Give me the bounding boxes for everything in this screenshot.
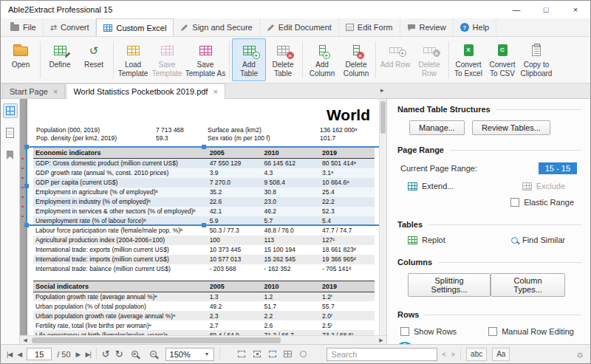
select-region-icon[interactable] (236, 348, 247, 360)
zoom-level-select[interactable]: 150% ▼ (165, 348, 214, 361)
pages-panel-icon[interactable] (3, 126, 18, 140)
tab-world-statistics-pdf[interactable]: World Statistics Pocketbook 2019.pdf × (66, 83, 225, 99)
show-rows-checkbox[interactable]: Show Rows (400, 327, 457, 336)
bookmarks-panel-icon[interactable] (3, 148, 18, 162)
current-page-range-value[interactable]: 15 - 15 (539, 162, 577, 174)
table-row[interactable]: International trade: exports (million cu… (33, 245, 375, 255)
preview-icon[interactable] (298, 348, 310, 360)
selection-handle[interactable] (24, 184, 29, 188)
save-template-as-button[interactable]: Save Template As (184, 38, 227, 81)
scroll-right-icon[interactable]: ▶ (376, 337, 386, 343)
vertical-scrollbar[interactable] (379, 99, 386, 335)
define-button[interactable]: Define (43, 38, 77, 81)
page-number-input[interactable] (27, 348, 52, 360)
match-case-button[interactable]: Aa (492, 348, 510, 361)
selection-handle[interactable] (24, 145, 29, 149)
panel-collapse-icon[interactable]: ▸ (380, 86, 384, 94)
selection-handle[interactable] (24, 223, 29, 227)
select-page-icon[interactable] (267, 348, 279, 360)
table-row[interactable]: GDP: Gross domestic product (million cur… (33, 159, 375, 168)
elastic-range-checkbox[interactable]: Elastic Range (510, 198, 574, 207)
delete-column-button[interactable]: Delete Column (339, 38, 373, 81)
extend-button[interactable]: Extend... (408, 182, 454, 190)
zoom-out-icon[interactable]: − (147, 348, 160, 360)
tab-file[interactable]: File (4, 18, 44, 36)
pdf-page[interactable]: World Population (000, 2019) 7 713 468 S… (27, 99, 380, 344)
exclude-button[interactable]: Exclude (522, 182, 565, 190)
tab-edit-form[interactable]: Edit Form (339, 18, 400, 36)
open-button[interactable]: Open (4, 38, 38, 81)
table-row[interactable]: GDP growth rate (annual %, const. 2010 p… (33, 168, 375, 178)
table-row[interactable]: Urban population (% of total population)… (33, 301, 375, 311)
search-next-icon[interactable]: > (451, 351, 455, 358)
manual-row-editing-checkbox[interactable]: Manual Row Editing (488, 327, 574, 336)
select-content-icon[interactable] (251, 348, 263, 360)
column-types-button[interactable]: Column Types... (491, 273, 565, 297)
social-indicators-table[interactable]: Social indicators 2005 2010 2019 Populat… (27, 281, 380, 340)
horizontal-scrollbar-thumb[interactable] (32, 337, 281, 343)
rotate-cw-icon[interactable]: ↻ (115, 349, 123, 359)
tab-edit-document[interactable]: Edit Document (260, 18, 339, 36)
tab-custom-excel[interactable]: Custom Excel (96, 18, 174, 36)
search-input[interactable] (327, 348, 437, 361)
splitting-settings-button[interactable]: Splitting Settings... (408, 273, 491, 297)
delete-row-button[interactable]: Delete Row (412, 38, 446, 81)
table-row[interactable]: Employment in industry (% of employed)ᵇ … (33, 197, 375, 207)
save-template-button[interactable]: Save Template (150, 38, 184, 81)
thumbnails-panel-icon[interactable] (3, 103, 18, 118)
table-row[interactable]: Labour force participation rate (female/… (33, 226, 375, 236)
add-table-button[interactable]: Add Table (232, 38, 266, 81)
load-template-button[interactable]: Load Template (116, 38, 150, 81)
table-row[interactable]: Population growth rate (average annual %… (33, 292, 375, 301)
replot-button[interactable]: Replot (408, 236, 445, 244)
table-row[interactable]: International trade: imports (million cu… (33, 255, 375, 264)
scroll-left-icon[interactable]: ◀ (20, 337, 30, 343)
horizontal-scrollbar-track[interactable] (30, 336, 376, 344)
close-tab-icon[interactable]: × (53, 87, 58, 96)
horizontal-scrollbar[interactable]: ◀ ▶ (20, 335, 386, 344)
add-column-button[interactable]: Add Column (305, 38, 339, 81)
next-page-icon[interactable]: ▶ (76, 351, 81, 358)
value-2005: 47 550 129 (208, 159, 262, 168)
table-row[interactable]: Unemployment rate (% of labour force)ᵇ 5… (33, 216, 375, 226)
document-viewport[interactable]: World Population (000, 2019) 7 713 468 S… (20, 99, 386, 344)
grid-view-icon[interactable] (282, 348, 294, 360)
close-icon[interactable]: × (561, 1, 590, 18)
convert-to-excel-button[interactable]: Convert To Excel (451, 38, 485, 81)
previous-page-icon[interactable]: ◀ (17, 351, 21, 358)
tab-review[interactable]: Review (400, 18, 454, 36)
economic-indicators-table[interactable]: Economic indicators 2005 2010 2019 GDP: … (27, 147, 380, 274)
rotate-ccw-icon[interactable]: ↺ (102, 349, 110, 359)
table-row[interactable]: Employment in services & other sectors (… (33, 207, 375, 216)
table-row[interactable]: Employment in agriculture (% of employed… (33, 188, 375, 197)
table-row[interactable]: GDP per capita (current US$) 7 270.0 9 5… (33, 178, 375, 188)
tab-start-page[interactable]: Start Page × (2, 83, 65, 98)
delete-table-button[interactable]: Delete Table (266, 38, 300, 81)
find-similar-button[interactable]: Find Similar (511, 236, 565, 244)
table-section-header[interactable]: Economic indicators 2005 2010 2019 (33, 148, 375, 159)
close-tab-icon[interactable]: × (213, 87, 217, 96)
search-previous-icon[interactable]: < (443, 351, 446, 358)
match-word-button[interactable]: abc (466, 348, 487, 361)
table-row[interactable]: Urban population growth rate (average an… (33, 311, 375, 320)
copy-to-clipboard-button[interactable]: Copy to Clipboard (519, 38, 553, 81)
maximize-icon[interactable]: □ (531, 1, 561, 18)
first-page-icon[interactable]: |◀ (7, 351, 12, 358)
review-tables-button[interactable]: Review Tables... (472, 120, 550, 135)
vertical-scrollbar-thumb[interactable] (380, 101, 386, 134)
zoom-in-icon[interactable]: + (129, 348, 142, 360)
add-row-button[interactable]: Add Row (378, 38, 412, 81)
display-settings-icon[interactable]: ☼ (575, 348, 584, 360)
tab-sign-and-secure[interactable]: Sign and Secure (174, 18, 259, 36)
tab-help[interactable]: ? Help (454, 18, 497, 36)
reset-button[interactable]: Reset (77, 38, 111, 81)
manage-button[interactable]: Manage... (409, 120, 465, 135)
last-page-icon[interactable]: ▶| (85, 351, 90, 358)
tab-convert[interactable]: Convert (44, 18, 97, 36)
table-row[interactable]: International trade: balance (million cu… (33, 264, 375, 274)
table-section-header[interactable]: Social indicators 2005 2010 2019 (33, 281, 375, 292)
table-row[interactable]: Agricultural production index (2004-2006… (33, 236, 375, 245)
minimize-icon[interactable]: — (502, 1, 531, 18)
convert-to-csv-button[interactable]: Convert To CSV (485, 38, 519, 81)
table-row[interactable]: Fertility rate, total (live births per w… (33, 320, 375, 330)
